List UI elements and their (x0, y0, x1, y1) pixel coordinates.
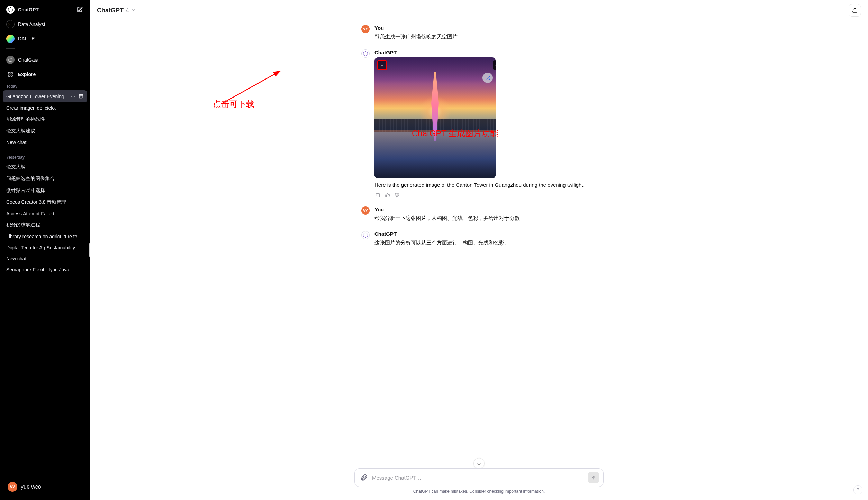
scroll-to-bottom-button[interactable] (473, 458, 485, 469)
chat-history-list: Today Guangzhou Tower Evening ⋯ Crear im… (3, 81, 87, 476)
annotation-download-hint: 点击可下载 (213, 99, 254, 110)
sidebar-chatgpt-label: ChatGPT (18, 7, 39, 12)
message-author-label: ChatGPT (374, 49, 597, 55)
message-assistant: ChatGPT 这张图片的分析可以从三个方面进行：构图、光线和色彩。 (361, 227, 597, 251)
chatgpt-logo-icon (6, 6, 15, 14)
user-avatar: VY (8, 482, 17, 492)
message-text: 帮我生成一张广州塔傍晚的天空图片 (374, 32, 597, 41)
svg-point-6 (487, 77, 488, 78)
chat-item[interactable]: 微针贴片尺寸选择 (3, 185, 87, 196)
chat-item-title: 问题筛选空的图像集合 (6, 176, 84, 182)
copy-button[interactable] (374, 192, 381, 198)
chat-item[interactable]: New chat (3, 137, 87, 148)
message-author-label: You (374, 25, 597, 31)
paperclip-icon (360, 474, 368, 481)
chat-item-title: New chat (6, 256, 84, 261)
conversation-scroll[interactable]: VY You 帮我生成一张广州塔傍晚的天空图片 ChatGPT (90, 21, 868, 468)
help-button[interactable]: ? (853, 485, 862, 494)
sidebar-item-explore[interactable]: Explore (3, 67, 87, 81)
chat-item[interactable]: Library research on agriculture te (3, 231, 87, 242)
model-version-label: 4 (126, 7, 129, 14)
chat-item[interactable]: 能源管理的挑战性 (3, 113, 87, 125)
annotation-arrow (218, 66, 287, 107)
chat-item[interactable]: 积分的求解过程 (3, 219, 87, 231)
sidebar-footer: VY yue wco (3, 476, 87, 497)
main-panel: ChatGPT 4 VY You 帮我生成一张广州塔傍晚的天空图片 (90, 0, 868, 500)
user-avatar-small: VY (361, 25, 370, 33)
chat-item[interactable]: New chat (3, 253, 87, 264)
composer-wrap: ChatGPT can make mistakes. Consider chec… (90, 468, 868, 500)
svg-rect-1 (8, 72, 10, 74)
thumbs-down-image-button[interactable] (493, 60, 496, 70)
chat-item[interactable]: Guangzhou Tower Evening ⋯ (3, 90, 87, 102)
chat-item-title: Crear imagen del cielo. (6, 105, 84, 111)
focus-icon (485, 75, 490, 81)
share-button[interactable] (849, 4, 861, 17)
svg-rect-5 (79, 95, 82, 96)
message-text: 帮我分析一下这张图片，从构图、光线、色彩，并给出对于分数 (374, 214, 597, 223)
sidebar-item-chatgpt[interactable]: ChatGPT (3, 3, 87, 17)
dalle-icon (6, 35, 15, 43)
model-selector[interactable]: ChatGPT 4 (97, 7, 136, 14)
app-root: ChatGPT >_ Data Analyst DALL·E ChatGaia (0, 0, 868, 500)
user-menu[interactable]: VY yue wco (4, 479, 86, 494)
svg-line-8 (221, 71, 280, 104)
composer (354, 468, 604, 487)
thumbs-down-icon (395, 193, 400, 198)
svg-rect-4 (11, 75, 12, 76)
svg-rect-2 (11, 72, 12, 74)
chat-item[interactable]: Cocos Creator 3.8 音频管理 (3, 196, 87, 208)
chatgpt-avatar-icon (361, 49, 370, 58)
arrow-down-icon (476, 461, 482, 466)
sidebar-item-data-analyst[interactable]: >_ Data Analyst (3, 17, 87, 31)
generated-image[interactable] (374, 57, 496, 178)
sidebar-data-analyst-label: Data Analyst (18, 21, 45, 27)
chat-item-title: New chat (6, 140, 84, 145)
chat-item-archive-icon[interactable] (78, 93, 84, 100)
thumbs-up-button[interactable] (384, 192, 390, 198)
chat-item-title: 积分的求解过程 (6, 222, 84, 228)
focus-image-button[interactable] (482, 73, 493, 83)
chat-item-title: Access Attempt Failed (6, 211, 84, 216)
clipboard-icon (375, 193, 380, 198)
download-image-button[interactable] (377, 60, 387, 70)
thumbs-down-icon (495, 63, 496, 67)
message-text: Here is the generated image of the Canto… (374, 180, 597, 189)
svg-rect-7 (377, 193, 380, 197)
chat-item-menu-icon[interactable]: ⋯ (70, 93, 76, 100)
new-chat-icon[interactable] (75, 6, 84, 14)
chat-item-title: Semaphore Flexibility in Java (6, 267, 84, 272)
disclaimer-text: ChatGPT can make mistakes. Consider chec… (97, 487, 861, 497)
share-icon (852, 7, 858, 13)
sidebar-dalle-label: DALL·E (18, 36, 35, 41)
attach-button[interactable] (359, 473, 369, 482)
sidebar-item-dalle[interactable]: DALL·E (3, 32, 87, 46)
data-analyst-icon: >_ (6, 20, 15, 28)
sidebar-item-chatgaia[interactable]: ChatGaia (3, 53, 87, 67)
chat-item-title: Digital Tech for Ag Sustainability (6, 245, 84, 250)
conversation-inner: VY You 帮我生成一张广州塔傍晚的天空图片 ChatGPT (354, 21, 604, 251)
thumbs-down-button[interactable] (394, 192, 400, 198)
svg-rect-3 (8, 75, 10, 76)
chat-item[interactable]: 论文大纲建议 (3, 125, 87, 137)
chat-item[interactable]: 问题筛选空的图像集合 (3, 173, 87, 185)
message-user: VY You 帮我分析一下这张图片，从构图、光线、色彩，并给出对于分数 (361, 202, 597, 227)
chat-item[interactable]: Semaphore Flexibility in Java (3, 264, 87, 275)
message-assistant: ChatGPT (361, 45, 597, 203)
chat-item[interactable]: Crear imagen del cielo. (3, 102, 87, 113)
message-input[interactable] (372, 475, 585, 481)
sidebar: ChatGPT >_ Data Analyst DALL·E ChatGaia (0, 0, 90, 500)
model-name-label: ChatGPT (97, 7, 124, 14)
chat-item[interactable]: Access Attempt Failed (3, 208, 87, 219)
chat-item[interactable]: 论文大纲 (3, 161, 87, 173)
chat-item-title: Guangzhou Tower Evening (6, 94, 68, 99)
download-icon (379, 62, 385, 68)
send-button[interactable] (588, 472, 599, 483)
chat-item[interactable]: Digital Tech for Ag Sustainability (3, 242, 87, 253)
sidebar-explore-label: Explore (18, 72, 36, 77)
chatgpt-avatar-icon (361, 231, 370, 239)
chat-item-title: 能源管理的挑战性 (6, 116, 84, 122)
thumbs-up-icon (385, 193, 390, 198)
message-text: 这张图片的分析可以从三个方面进行：构图、光线和色彩。 (374, 238, 597, 247)
chevron-down-icon (131, 7, 136, 14)
